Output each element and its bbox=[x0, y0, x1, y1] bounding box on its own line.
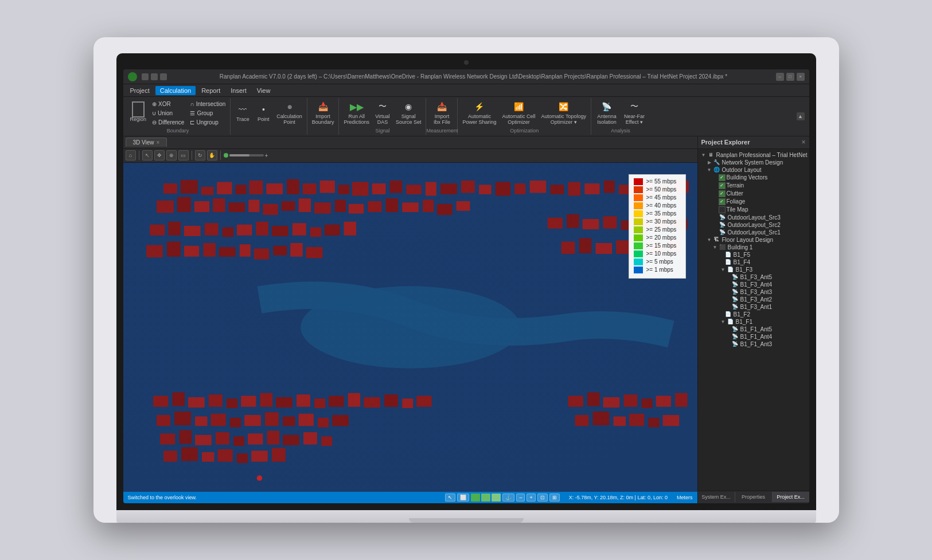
xor-button[interactable]: ⊕ XOR bbox=[150, 100, 186, 108]
tree-building1[interactable]: ▼ ⬛ Building 1 bbox=[698, 244, 809, 251]
status-color-2[interactable] bbox=[481, 494, 490, 502]
clutter-label: Clutter bbox=[727, 190, 743, 197]
tree-b1f5[interactable]: 📄 B1_F5 bbox=[698, 251, 809, 259]
view-home-btn[interactable]: ⌂ bbox=[126, 150, 136, 160]
point-button[interactable]: • Point bbox=[254, 102, 273, 124]
tree-b1f3-ant3[interactable]: 📡 B1_F3_Ant3 bbox=[698, 288, 809, 296]
import-ibx-button[interactable]: 📥 ImportIbx File bbox=[428, 99, 455, 127]
run-all-predictions-button[interactable]: ▶▶ Run AllPredictions bbox=[341, 99, 372, 127]
status-anchor-btn[interactable]: ⚓ bbox=[502, 494, 514, 502]
tree-b1f1-ant4[interactable]: 📡 B1_F1_Ant4 bbox=[698, 333, 809, 340]
menu-project[interactable]: Project bbox=[126, 86, 154, 95]
trace-button[interactable]: 〰 Trace bbox=[233, 102, 252, 124]
signal-source-button[interactable]: ◉ SignalSource Set bbox=[393, 99, 424, 127]
maximize-btn[interactable] bbox=[160, 73, 167, 80]
b1f4-label: B1_F4 bbox=[734, 259, 750, 265]
virtual-das-button[interactable]: 〜 VirtualDAS bbox=[373, 99, 392, 127]
toolbar-collapse-btn[interactable]: ▲ bbox=[797, 112, 805, 120]
tree-b1f3[interactable]: ▼ 📄 B1_F3 bbox=[698, 266, 809, 273]
bv-check[interactable]: ✓ bbox=[719, 174, 726, 181]
win-restore[interactable]: □ bbox=[786, 73, 794, 81]
tree-tile-map[interactable]: Tile Map bbox=[698, 206, 809, 214]
laptop-base bbox=[116, 510, 816, 523]
status-color-3[interactable] bbox=[492, 494, 501, 502]
view-select-btn[interactable]: ▭ bbox=[178, 150, 189, 160]
status-move-btn[interactable]: ⬜ bbox=[457, 494, 469, 502]
b1f1a3-icon: 📡 bbox=[731, 341, 739, 347]
auto-cell-optimizer-button[interactable]: 📶 Automatic CellOptimizer bbox=[500, 99, 538, 127]
clutter-check[interactable]: ✓ bbox=[719, 190, 726, 197]
ungroup-button[interactable]: ⊏ Ungroup bbox=[188, 118, 228, 127]
status-zoom-out-btn[interactable]: – bbox=[516, 494, 525, 502]
region-button[interactable]: Region bbox=[128, 102, 149, 124]
b1f1-label: B1_F1 bbox=[736, 319, 752, 325]
view-toolbar: ⌂ ↖ ✥ ⊕ ▭ ↻ ✋ bbox=[123, 149, 697, 163]
win-close[interactable]: × bbox=[797, 73, 805, 81]
minimize-btn[interactable] bbox=[142, 73, 149, 80]
legend-color-40 bbox=[634, 202, 643, 209]
tree-clutter[interactable]: ✓ Clutter bbox=[698, 190, 809, 198]
3d-view-tab[interactable]: 3D View × bbox=[126, 138, 167, 147]
tree-outdoor-src3[interactable]: 📡 OutdoorLayout_Src3 bbox=[698, 214, 809, 221]
status-color-1[interactable] bbox=[471, 494, 480, 502]
near-far-effect-button[interactable]: 〜 Near-FarEffect ▾ bbox=[621, 99, 648, 127]
status-toolbar: ↖ ⬜ ⚓ – + ⊡ ⊞ bbox=[445, 494, 559, 502]
view-cursor-btn[interactable]: ↖ bbox=[142, 150, 153, 160]
view-move-btn[interactable]: ✥ bbox=[154, 150, 165, 160]
tree-b1f4[interactable]: 📄 B1_F4 bbox=[698, 259, 809, 266]
win-minimize[interactable]: – bbox=[776, 73, 784, 81]
tree-b1f1-ant3[interactable]: 📡 B1_F1_Ant3 bbox=[698, 340, 809, 348]
import-boundary-button[interactable]: 📥 ImportBoundary bbox=[310, 99, 337, 127]
tree-outdoor-layout[interactable]: ▼ 🌐 Outdoor Layout bbox=[698, 166, 809, 174]
tree-b1f1[interactable]: ▼ 📄 B1_F1 bbox=[698, 318, 809, 326]
system-explorer-tab[interactable]: System Ex... bbox=[698, 492, 735, 502]
tree-b1f3-ant4[interactable]: 📡 B1_F3_Ant4 bbox=[698, 281, 809, 288]
auto-topology-button[interactable]: 🔀 Automatic TopologyOptimizer ▾ bbox=[539, 99, 588, 127]
zoom-plus[interactable]: + bbox=[265, 152, 268, 159]
menu-view[interactable]: View bbox=[252, 86, 275, 95]
view-zoom-btn[interactable]: ⊕ bbox=[166, 150, 177, 160]
union-button[interactable]: ∪ Union bbox=[150, 109, 186, 118]
tree-b1f3-ant5[interactable]: 📡 B1_F3_Ant5 bbox=[698, 273, 809, 281]
menu-calculation[interactable]: Calculation bbox=[155, 86, 196, 95]
intersection-button[interactable]: ∩ Intersection bbox=[188, 100, 228, 108]
zoom-slider[interactable]: + bbox=[224, 152, 268, 159]
tree-foliage[interactable]: ✓ Foliage bbox=[698, 198, 809, 206]
tree-terrain[interactable]: ✓ Terrain bbox=[698, 182, 809, 190]
group-button[interactable]: ☰ Group bbox=[188, 109, 228, 118]
menu-insert[interactable]: Insert bbox=[226, 86, 251, 95]
tree-project-root[interactable]: ▼ 🖥 Ranplan Professional – Trial HetNet … bbox=[698, 151, 809, 159]
tree-outdoor-src2[interactable]: 📡 OutdoorLayout_Src2 bbox=[698, 221, 809, 229]
difference-button[interactable]: ⊖ Difference bbox=[150, 118, 186, 127]
auto-power-sharing-button[interactable]: ⚡ AutomaticPower Sharing bbox=[460, 99, 498, 127]
map-area[interactable]: >= 55 mbps >= 50 mbps >= 45 mbps bbox=[123, 163, 697, 492]
tree-building-vectors[interactable]: ✓ Building Vectors bbox=[698, 174, 809, 182]
tree-b1f3-ant1[interactable]: 📡 B1_F3_Ant1 bbox=[698, 303, 809, 311]
tilemap-check[interactable] bbox=[719, 206, 726, 213]
restore-btn[interactable] bbox=[151, 73, 158, 80]
tree-b1f2[interactable]: 📄 B1_F2 bbox=[698, 311, 809, 318]
calc-point-button[interactable]: ⊕ CalculationPoint bbox=[274, 99, 305, 127]
view-pan-btn[interactable]: ✋ bbox=[207, 150, 217, 160]
status-fit-btn[interactable]: ⊡ bbox=[537, 494, 548, 502]
tree-b1f1-ant5[interactable]: 📡 B1_F1_Ant5 bbox=[698, 326, 809, 333]
project-explorer-tab[interactable]: Project Ex... bbox=[773, 492, 809, 502]
run-all-label: Run AllPredictions bbox=[344, 114, 369, 126]
tree-outdoor-src1[interactable]: 📡 OutdoorLayout_Src1 bbox=[698, 229, 809, 236]
status-grid-btn[interactable]: ⊞ bbox=[549, 494, 560, 502]
terrain-check[interactable]: ✓ bbox=[719, 182, 726, 189]
status-select-btn[interactable]: ↖ bbox=[445, 494, 455, 502]
tree-floor-layout[interactable]: ▼ 🏗 Floor Layout Design bbox=[698, 236, 809, 244]
tree-network-design[interactable]: ▶ 🔧 Network System Design bbox=[698, 159, 809, 166]
antenna-isolation-button[interactable]: 📡 AntennaIsolation bbox=[594, 99, 620, 127]
properties-tab[interactable]: Properties bbox=[735, 492, 773, 502]
explorer-close-btn[interactable]: × bbox=[801, 138, 805, 146]
status-zoom-in-btn[interactable]: + bbox=[527, 494, 535, 502]
title-bar: Ranplan Academic V7.0.0 (2 days left) – … bbox=[123, 69, 809, 84]
view-rotate-btn[interactable]: ↻ bbox=[195, 150, 205, 160]
tree-b1f3-ant2[interactable]: 📡 B1_F3_Ant2 bbox=[698, 296, 809, 303]
group-icon: ☰ bbox=[190, 110, 195, 116]
view-tab-close[interactable]: × bbox=[157, 139, 160, 146]
menu-report[interactable]: Report bbox=[197, 86, 225, 95]
foliage-check[interactable]: ✓ bbox=[719, 198, 726, 205]
